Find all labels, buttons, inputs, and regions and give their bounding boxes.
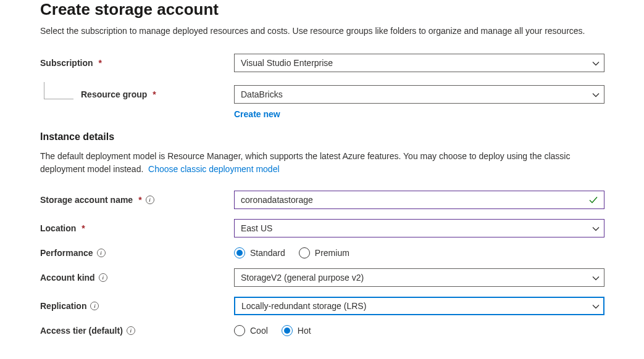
subscription-select[interactable]: Visual Studio Enterprise — [234, 54, 604, 72]
account-kind-label: Account kind i — [40, 273, 234, 283]
access-tier-label: Access tier (default) i — [40, 326, 234, 336]
info-icon[interactable]: i — [146, 196, 154, 204]
classic-deployment-link[interactable]: Choose classic deployment model — [148, 164, 279, 174]
info-icon[interactable]: i — [99, 273, 107, 282]
replication-select[interactable]: Locally-redundant storage (LRS) — [234, 297, 604, 315]
access-tier-radio-group: Cool Hot — [234, 325, 604, 336]
account-kind-select[interactable]: StorageV2 (general purpose v2) — [234, 268, 604, 287]
performance-premium-radio[interactable]: Premium — [299, 247, 349, 258]
location-select[interactable]: East US — [234, 219, 604, 237]
performance-radio-group: Standard Premium — [234, 247, 604, 258]
performance-standard-radio[interactable]: Standard — [234, 247, 285, 258]
create-new-link[interactable]: Create new — [234, 109, 280, 119]
subscription-label: Subscription* — [40, 58, 234, 68]
required-indicator: * — [82, 223, 85, 233]
resource-group-label: Resource group — [81, 89, 147, 99]
replication-label: Replication i — [40, 301, 234, 311]
info-icon[interactable]: i — [127, 326, 135, 335]
page-description: Select the subscription to manage deploy… — [40, 25, 608, 38]
required-indicator: * — [99, 58, 102, 68]
page-title: Create storage account — [40, 0, 644, 19]
access-tier-cool-radio[interactable]: Cool — [234, 325, 268, 336]
required-indicator: * — [138, 195, 141, 205]
resource-group-select[interactable]: DataBricks — [234, 85, 604, 104]
instance-details-description: The default deployment model is Resource… — [40, 150, 608, 176]
indent-line — [44, 82, 73, 99]
check-icon — [588, 195, 598, 205]
info-icon[interactable]: i — [97, 249, 106, 257]
location-label: Location* — [40, 223, 234, 233]
performance-label: Performance i — [40, 248, 234, 258]
instance-details-heading: Instance details — [40, 131, 644, 142]
required-indicator: * — [153, 89, 156, 99]
storage-name-label: Storage account name* i — [40, 195, 234, 205]
storage-name-input[interactable] — [234, 191, 604, 209]
info-icon[interactable]: i — [90, 302, 99, 310]
access-tier-hot-radio[interactable]: Hot — [282, 325, 311, 336]
